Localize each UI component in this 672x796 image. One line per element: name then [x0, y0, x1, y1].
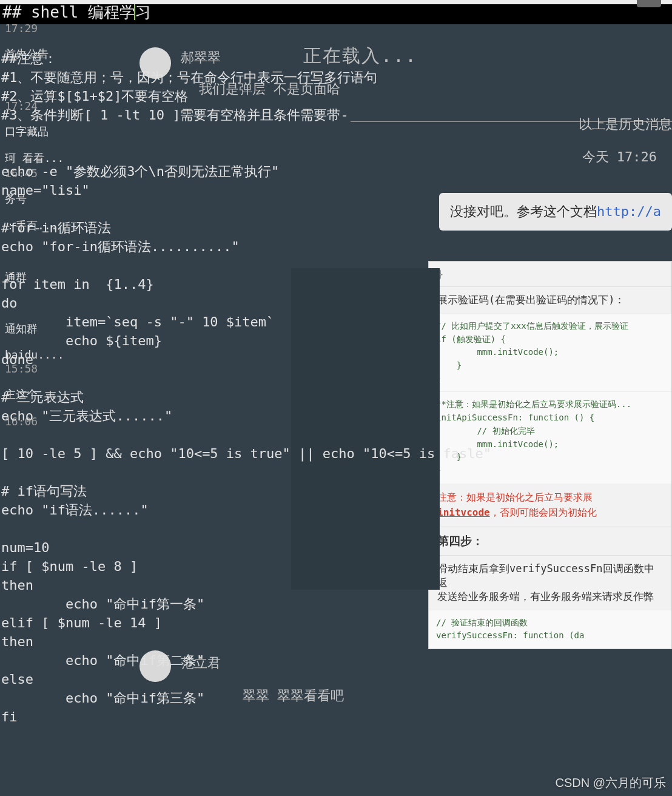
terminal-editor: ## shell 编程学习 ##注意： #1、不要随意用；号，因为；号在命令行中…	[0, 0, 672, 796]
watermark: CSDN @六月的可乐	[555, 775, 666, 791]
window-chrome-strip	[0, 0, 672, 4]
shell-script-code[interactable]: ##注意： #1、不要随意用；号，因为；号在命令行中表示一行写多行语句 #2、运…	[1, 30, 671, 726]
window-button[interactable]	[637, 0, 661, 7]
editor-body[interactable]: ##注意： #1、不要随意用；号，因为；号在命令行中表示一行写多行语句 #2、运…	[0, 24, 672, 796]
editor-title: ## shell 编程学习	[2, 2, 151, 23]
